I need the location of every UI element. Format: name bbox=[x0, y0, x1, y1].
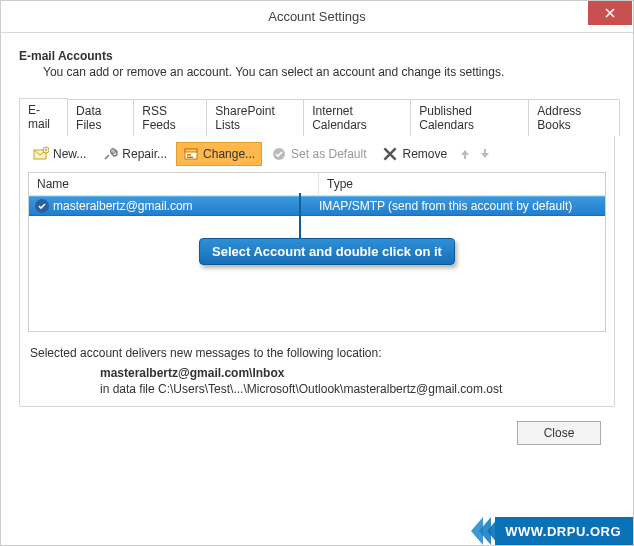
section-heading: E-mail Accounts bbox=[19, 49, 615, 63]
repair-icon bbox=[102, 146, 118, 162]
column-name[interactable]: Name bbox=[29, 173, 319, 195]
repair-button[interactable]: Repair... bbox=[95, 142, 174, 166]
close-button[interactable]: Close bbox=[517, 421, 601, 445]
callout-connector bbox=[299, 193, 301, 241]
list-header: Name Type bbox=[29, 173, 605, 196]
tab-rss-feeds[interactable]: RSS Feeds bbox=[133, 99, 207, 136]
remove-button[interactable]: Remove bbox=[375, 142, 454, 166]
delivery-path: in data file C:\Users\Test\...\Microsoft… bbox=[100, 382, 604, 396]
branding-watermark: WWW.DRPU.ORG bbox=[471, 517, 633, 545]
change-button[interactable]: Change... bbox=[176, 142, 262, 166]
set-default-button-label: Set as Default bbox=[291, 147, 366, 161]
repair-button-label: Repair... bbox=[122, 147, 167, 161]
delivery-location: masteralbertz@gmail.com\Inbox bbox=[100, 366, 604, 380]
default-account-icon bbox=[35, 199, 49, 213]
new-button[interactable]: New... bbox=[26, 142, 93, 166]
titlebar: Account Settings bbox=[1, 1, 633, 33]
move-down-button[interactable] bbox=[476, 145, 494, 163]
window-title: Account Settings bbox=[1, 9, 633, 24]
change-button-label: Change... bbox=[203, 147, 255, 161]
svg-point-2 bbox=[111, 149, 116, 154]
svg-rect-6 bbox=[187, 157, 193, 159]
account-row[interactable]: masteralbertz@gmail.com IMAP/SMTP (send … bbox=[29, 196, 605, 216]
new-button-label: New... bbox=[53, 147, 86, 161]
column-type[interactable]: Type bbox=[319, 173, 605, 195]
window-close-button[interactable] bbox=[588, 1, 632, 25]
remove-icon bbox=[382, 146, 398, 162]
tab-data-files[interactable]: Data Files bbox=[67, 99, 134, 136]
tab-panel: New... Repair... Change... bbox=[19, 135, 615, 407]
arrow-up-icon bbox=[459, 148, 471, 160]
mail-new-icon bbox=[33, 146, 49, 162]
svg-rect-5 bbox=[187, 154, 191, 156]
tabstrip: E-mail Data Files RSS Feeds SharePoint L… bbox=[19, 98, 619, 136]
set-default-button[interactable]: Set as Default bbox=[264, 142, 373, 166]
close-icon bbox=[605, 8, 615, 18]
svg-rect-4 bbox=[185, 149, 197, 152]
tab-sharepoint-lists[interactable]: SharePoint Lists bbox=[206, 99, 304, 136]
check-circle-icon bbox=[271, 146, 287, 162]
move-up-button[interactable] bbox=[456, 145, 474, 163]
chevron-icon bbox=[487, 517, 499, 545]
change-icon bbox=[183, 146, 199, 162]
account-type: IMAP/SMTP (send from this account by def… bbox=[319, 199, 601, 213]
dialog-footer: Close bbox=[15, 407, 619, 445]
tab-internet-calendars[interactable]: Internet Calendars bbox=[303, 99, 411, 136]
section-subheading: You can add or remove an account. You ca… bbox=[43, 65, 619, 79]
account-list: Name Type masteralbertz@gmail.com IMAP/S… bbox=[28, 172, 606, 332]
tab-published-calendars[interactable]: Published Calendars bbox=[410, 99, 529, 136]
account-name: masteralbertz@gmail.com bbox=[53, 199, 193, 213]
toolbar: New... Repair... Change... bbox=[20, 136, 614, 172]
instruction-callout: Select Account and double click on it bbox=[199, 238, 455, 265]
tab-email[interactable]: E-mail bbox=[19, 98, 68, 136]
remove-button-label: Remove bbox=[402, 147, 447, 161]
tab-address-books[interactable]: Address Books bbox=[528, 99, 620, 136]
arrow-down-icon bbox=[479, 148, 491, 160]
delivery-intro: Selected account delivers new messages t… bbox=[30, 346, 604, 360]
branding-text: WWW.DRPU.ORG bbox=[495, 517, 633, 545]
account-settings-window: Account Settings E-mail Accounts You can… bbox=[1, 1, 633, 545]
